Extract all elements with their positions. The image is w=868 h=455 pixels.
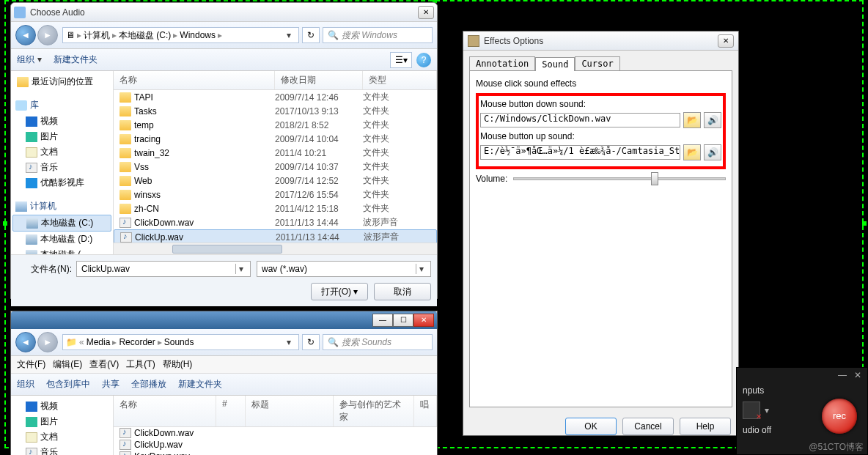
file-row[interactable]: ClickDown.wav <box>114 427 437 439</box>
tab-cursor[interactable]: Cursor <box>575 56 619 70</box>
ok-button[interactable]: OK <box>565 418 617 435</box>
volume-slider[interactable] <box>513 177 726 180</box>
new-folder-button[interactable]: 新建文件夹 <box>54 53 98 66</box>
crumb-drive-c[interactable]: 本地磁盘 (C:) <box>119 29 171 42</box>
nav-back-button[interactable]: ◄ <box>15 25 36 45</box>
titlebar[interactable]: — ☐ ✕ <box>11 311 437 329</box>
sidebar-videos[interactable]: 视频 <box>12 114 111 129</box>
browse-down-button[interactable]: 📂 <box>683 112 701 128</box>
file-row[interactable]: Web2009/7/14 12:52文件夹 <box>114 174 437 188</box>
file-row[interactable]: Vss2009/7/14 10:37文件夹 <box>114 160 437 174</box>
sidebar-drive-c[interactable]: 本地磁盘 (C:) <box>12 215 111 232</box>
close-button[interactable]: ✕ <box>718 34 734 48</box>
file-row[interactable]: ClickUp.wav <box>114 439 437 451</box>
menu-edit[interactable]: 编辑(E) <box>53 358 82 371</box>
mic-icon[interactable]: ✕ <box>743 402 760 419</box>
crumb-windows[interactable]: Windows <box>180 30 216 40</box>
col-name[interactable]: 名称 <box>114 71 275 89</box>
nav-forward-button[interactable]: ► <box>37 25 58 45</box>
sidebar-pictures[interactable]: 图片 <box>12 414 111 429</box>
menu-file[interactable]: 文件(F) <box>17 358 45 371</box>
breadcrumb-dropdown[interactable]: ▾ <box>282 30 295 40</box>
sidebar-documents[interactable]: 文档 <box>12 429 111 445</box>
file-row[interactable]: tracing2009/7/14 10:04文件夹 <box>114 132 437 146</box>
titlebar[interactable]: Choose Audio ✕ <box>11 3 437 22</box>
file-row[interactable]: zh-CN2011/4/12 15:18文件夹 <box>114 201 437 215</box>
nav-back-button[interactable]: ◄ <box>15 332 36 352</box>
file-row[interactable]: ClickDown.wav2011/1/13 14:44波形声音 <box>114 215 437 229</box>
sidebar-youku[interactable]: 优酷影视库 <box>12 175 111 190</box>
new-folder-button[interactable]: 新建文件夹 <box>178 378 222 391</box>
browse-up-button[interactable]: 📂 <box>683 144 701 160</box>
crumb-recorder[interactable]: Recorder <box>119 337 155 347</box>
close-button[interactable]: ✕ <box>413 314 434 327</box>
crumb-media[interactable]: Media <box>87 337 111 347</box>
sidebar-pictures[interactable]: 图片 <box>12 129 111 144</box>
sidebar-libraries[interactable]: 库 <box>12 97 111 114</box>
col-type[interactable]: 类型 <box>363 71 437 89</box>
breadcrumb-dropdown[interactable]: ▾ <box>282 337 295 347</box>
col-title[interactable]: 标题 <box>246 396 334 426</box>
tab-sound[interactable]: Sound <box>535 57 575 71</box>
crumb-computer[interactable]: 计算机 <box>84 29 110 42</box>
refresh-button[interactable]: ↻ <box>302 334 320 350</box>
sidebar-drive-d[interactable]: 本地磁盘 (D:) <box>12 232 111 247</box>
file-row[interactable]: KeyDown.wav <box>114 451 437 455</box>
filename-input[interactable]: ClickUp.wav▾ <box>76 261 251 277</box>
sidebar-music[interactable]: 音乐 <box>12 445 111 455</box>
menu-tools[interactable]: 工具(T) <box>126 358 155 371</box>
file-row[interactable]: temp2018/2/1 8:52文件夹 <box>114 118 437 132</box>
menu-help[interactable]: 帮助(H) <box>163 358 193 371</box>
filter-select[interactable]: wav (*.wav)▾ <box>257 261 431 277</box>
sidebar-recent[interactable]: 最近访问的位置 <box>12 74 111 89</box>
open-button[interactable]: 打开(O) ▾ <box>311 283 368 300</box>
breadcrumb[interactable]: 🖥 ▸ 计算机 ▸ 本地磁盘 (C:) ▸ Windows ▸ ▾ <box>62 27 299 43</box>
file-row[interactable]: winsxs2017/12/6 15:54文件夹 <box>114 188 437 201</box>
crumb-sounds[interactable]: Sounds <box>164 337 194 347</box>
share-menu[interactable]: 共享 <box>102 378 119 391</box>
close-icon[interactable]: ✕ <box>854 370 861 380</box>
file-list[interactable]: ClickDown.wavClickUp.wavKeyDown.wav <box>114 427 437 455</box>
sidebar-videos[interactable]: 视频 <box>12 399 111 414</box>
col-name[interactable]: 名称 <box>114 396 216 426</box>
search-input[interactable]: 🔍 搜索 Windows <box>323 27 433 43</box>
file-row[interactable]: TAPI2009/7/14 12:46文件夹 <box>114 90 437 104</box>
play-down-button[interactable]: 🔊 <box>704 112 721 128</box>
file-row[interactable]: Tasks2017/10/13 9:13文件夹 <box>114 104 437 118</box>
col-date[interactable]: 修改日期 <box>275 71 363 89</box>
col-artist[interactable]: 参与创作的艺术家 <box>334 396 414 426</box>
play-up-button[interactable]: 🔊 <box>704 144 721 160</box>
refresh-button[interactable]: ↻ <box>302 27 320 43</box>
breadcrumb[interactable]: 📁 « Media ▸ Recorder ▸ Sounds ▾ <box>62 334 299 350</box>
sidebar-drive-other[interactable]: 本地磁盘 ( <box>12 247 111 254</box>
down-sound-input[interactable]: C:/Windows/ClickDown.wav <box>480 113 680 127</box>
minimize-button[interactable]: — <box>372 314 393 327</box>
file-list[interactable]: TAPI2009/7/14 12:46文件夹Tasks2017/10/13 9:… <box>114 90 437 243</box>
nav-forward-button[interactable]: ► <box>37 332 58 352</box>
slider-handle[interactable] <box>651 172 658 185</box>
organize-menu[interactable]: 组织 <box>17 53 42 66</box>
cancel-button[interactable]: Cancel <box>622 418 674 435</box>
play-all-button[interactable]: 全部播放 <box>131 378 166 391</box>
sidebar-documents[interactable]: 文档 <box>12 144 111 160</box>
sidebar-computer[interactable]: 计算机 <box>12 198 111 215</box>
help-button[interactable]: Help <box>680 418 731 435</box>
close-button[interactable]: ✕ <box>418 6 434 19</box>
file-row[interactable]: ClickUp.wav2011/1/13 14:44波形声音 <box>114 229 437 243</box>
col-album[interactable]: 唱 <box>414 396 437 426</box>
up-sound-input[interactable]: E:/è½¯ä»¶åŒ…ä»¼/1 è£æ‰¾å-/Camtasia_Studi… <box>480 145 680 160</box>
tab-annotation[interactable]: Annotation <box>469 56 535 70</box>
record-button[interactable]: rec <box>822 399 857 434</box>
minimize-icon[interactable]: — <box>838 370 847 380</box>
sidebar-music[interactable]: 音乐 <box>12 160 111 175</box>
col-num[interactable]: # <box>216 396 246 426</box>
titlebar[interactable]: Effects Options ✕ <box>463 32 738 51</box>
view-mode-button[interactable]: ☰▾ <box>390 52 412 68</box>
help-button[interactable]: ? <box>416 53 431 67</box>
menu-view[interactable]: 查看(V) <box>89 358 119 371</box>
maximize-button[interactable]: ☐ <box>393 314 413 327</box>
search-input[interactable]: 🔍 搜索 Sounds <box>323 334 433 350</box>
include-library-menu[interactable]: 包含到库中 <box>46 378 90 391</box>
cancel-button[interactable]: 取消 <box>374 283 431 300</box>
file-row[interactable]: twain_322011/4 10:21文件夹 <box>114 146 437 160</box>
